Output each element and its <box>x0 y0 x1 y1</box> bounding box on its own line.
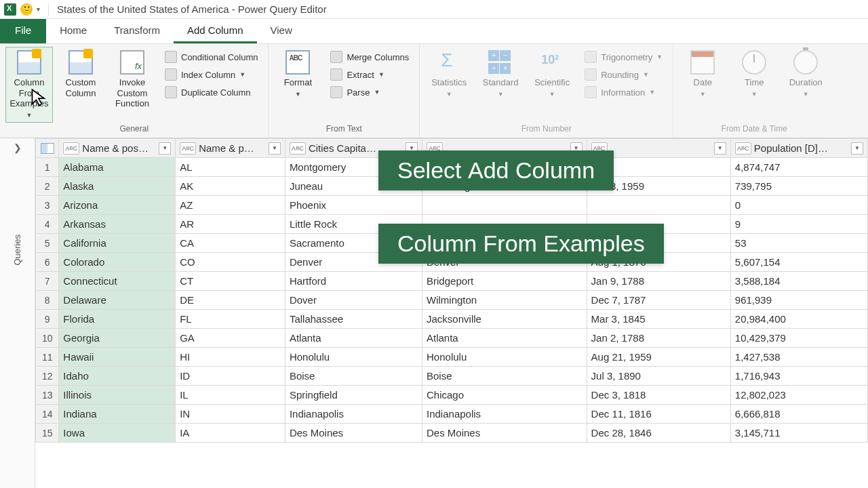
cell[interactable]: 12,802,023 <box>730 386 867 405</box>
cell[interactable]: 4,874,747 <box>730 158 867 177</box>
row-number[interactable]: 4 <box>36 215 59 234</box>
cell[interactable]: Indiana <box>59 405 176 424</box>
column-filter-icon[interactable]: ▼ <box>714 142 726 155</box>
row-number[interactable]: 5 <box>36 234 59 253</box>
tab-file[interactable]: File <box>0 19 46 43</box>
cell[interactable]: Des Moines <box>285 424 422 443</box>
tab-transform[interactable]: Transform <box>100 19 174 43</box>
table-row[interactable]: 15IowaIADes MoinesDes MoinesDec 28, 1846… <box>36 424 868 443</box>
column-filter-icon[interactable]: ▼ <box>851 142 863 155</box>
cell[interactable]: 0 <box>730 196 867 215</box>
row-number[interactable]: 13 <box>36 386 59 405</box>
cell[interactable]: Bridgeport <box>422 272 587 291</box>
date-button[interactable]: Date▼ <box>679 47 726 102</box>
cell[interactable]: FL <box>176 310 285 329</box>
table-row[interactable]: 12IdahoIDBoiseBoiseJul 3, 18901,716,943 <box>36 367 868 386</box>
column-header[interactable]: ABCPopulation [D]…▼ <box>730 139 867 158</box>
cell[interactable]: AR <box>176 215 285 234</box>
information-button[interactable]: Information ▼ <box>580 83 667 101</box>
standard-button[interactable]: +−÷× Standard▼ <box>477 47 524 102</box>
column-header[interactable]: ABCName & pos…▼ <box>59 139 176 158</box>
row-number[interactable]: 7 <box>36 272 59 291</box>
row-number[interactable]: 3 <box>36 196 59 215</box>
column-type-icon[interactable]: ABC <box>735 142 751 155</box>
format-button[interactable]: Format▼ <box>274 47 321 102</box>
cell[interactable]: Arizona <box>59 196 176 215</box>
cell[interactable]: AK <box>176 177 285 196</box>
cell[interactable]: CA <box>176 234 285 253</box>
qat-dropdown-icon[interactable]: ▾ <box>37 5 40 13</box>
row-number[interactable]: 11 <box>36 348 59 367</box>
parse-button[interactable]: Parse ▼ <box>326 83 414 101</box>
cell[interactable] <box>422 196 587 215</box>
cell[interactable]: CO <box>176 253 285 272</box>
cell[interactable]: 1,716,943 <box>730 367 867 386</box>
rounding-button[interactable]: Rounding ▼ <box>580 66 667 83</box>
extract-button[interactable]: Extract ▼ <box>326 66 414 83</box>
statistics-button[interactable]: Statistics▼ <box>425 47 473 102</box>
table-row[interactable]: 9FloridaFLTallahasseeJacksonvilleMar 3, … <box>36 310 868 329</box>
column-header[interactable]: ABCName & p…▼ <box>176 139 285 158</box>
cell[interactable]: Indianapolis <box>422 405 587 424</box>
trigonometry-button[interactable]: Trigonometry ▼ <box>580 48 667 66</box>
queries-pane[interactable]: ❯ Queries <box>0 138 35 488</box>
row-number[interactable]: 12 <box>36 367 59 386</box>
cell[interactable]: Jan 9, 1788 <box>587 272 730 291</box>
cell[interactable]: Springfield <box>285 386 422 405</box>
row-number[interactable]: 14 <box>36 405 59 424</box>
cell[interactable]: Tallahassee <box>285 310 422 329</box>
tab-add-column[interactable]: Add Column <box>174 19 257 43</box>
cell[interactable]: Dover <box>285 291 422 310</box>
cell[interactable]: 10,429,379 <box>730 329 867 348</box>
duplicate-column-button[interactable]: Duplicate Column <box>160 83 262 101</box>
cell[interactable]: Mar 3, 1845 <box>587 310 730 329</box>
queries-expand-icon[interactable]: ❯ <box>14 142 22 153</box>
cell[interactable]: CT <box>176 272 285 291</box>
cell[interactable]: Hawaii <box>59 348 176 367</box>
cell[interactable]: Alabama <box>59 158 176 177</box>
custom-column-button[interactable]: Custom Column <box>57 47 104 102</box>
time-button[interactable]: Time▼ <box>730 47 778 102</box>
cell[interactable]: Dec 11, 1816 <box>587 405 730 424</box>
row-number[interactable]: 15 <box>36 424 59 443</box>
cell[interactable]: Des Moines <box>422 424 587 443</box>
cell[interactable]: Illinois <box>59 386 176 405</box>
table-row[interactable]: 8DelawareDEDoverWilmingtonDec 7, 1787961… <box>36 291 868 310</box>
cell[interactable]: IN <box>176 405 285 424</box>
column-type-icon[interactable]: ABC <box>180 142 196 155</box>
column-from-examples-button[interactable]: Column From Examples ▼ <box>5 47 53 123</box>
invoke-custom-function-button[interactable]: Invoke Custom Function <box>108 47 156 113</box>
tab-view[interactable]: View <box>257 19 306 43</box>
cell[interactable]: Connecticut <box>59 272 176 291</box>
table-corner[interactable] <box>36 139 59 158</box>
table-row[interactable]: 11HawaiiHIHonoluluHonoluluAug 21, 19591,… <box>36 348 868 367</box>
merge-columns-button[interactable]: Merge Columns <box>326 48 414 66</box>
table-row[interactable]: 7ConnecticutCTHartfordBridgeportJan 9, 1… <box>36 272 868 291</box>
column-filter-icon[interactable]: ▼ <box>159 142 171 155</box>
table-row[interactable]: 10GeorgiaGAAtlantaAtlantaJan 2, 178810,4… <box>36 329 868 348</box>
cell[interactable]: Florida <box>59 310 176 329</box>
scientific-button[interactable]: Scientific▼ <box>528 47 576 102</box>
cell[interactable]: California <box>59 234 176 253</box>
cell[interactable]: Phoenix <box>285 196 422 215</box>
row-number[interactable]: 9 <box>36 310 59 329</box>
tab-home[interactable]: Home <box>46 19 100 43</box>
cell[interactable]: Honolulu <box>422 348 587 367</box>
cell[interactable]: Arkansas <box>59 215 176 234</box>
cell[interactable]: Aug 21, 1959 <box>587 348 730 367</box>
cell[interactable]: 53 <box>730 234 867 253</box>
cell[interactable] <box>587 196 730 215</box>
table-row[interactable]: 3ArizonaAZPhoenix0 <box>36 196 868 215</box>
cell[interactable]: Atlanta <box>285 329 422 348</box>
cell[interactable]: Jul 3, 1890 <box>587 367 730 386</box>
row-number[interactable]: 8 <box>36 291 59 310</box>
table-row[interactable]: 13IllinoisILSpringfieldChicagoDec 3, 181… <box>36 386 868 405</box>
conditional-column-button[interactable]: Conditional Column <box>160 48 262 66</box>
cell[interactable]: Jan 2, 1788 <box>587 329 730 348</box>
row-number[interactable]: 2 <box>36 177 59 196</box>
cell[interactable]: Chicago <box>422 386 587 405</box>
smile-icon[interactable] <box>20 3 33 16</box>
cell[interactable]: Idaho <box>59 367 176 386</box>
cell[interactable]: 20,984,400 <box>730 310 867 329</box>
table-row[interactable]: 14IndianaINIndianapolisIndianapolisDec 1… <box>36 405 868 424</box>
